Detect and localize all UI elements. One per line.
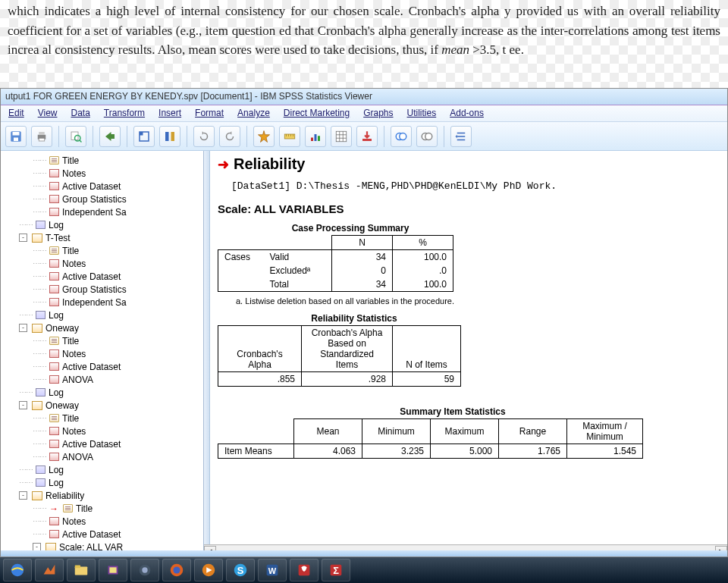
- menu-utilities[interactable]: Utilities: [407, 108, 437, 119]
- expander-icon[interactable]: -: [19, 234, 27, 242]
- tree-item[interactable]: ⋯⋯Independent Sa: [2, 205, 202, 218]
- recall-icon[interactable]: [99, 126, 121, 147]
- book-icon: [32, 324, 42, 333]
- save-icon[interactable]: [5, 126, 27, 147]
- promote-icon[interactable]: [450, 126, 472, 147]
- tree-item[interactable]: ⋯⋯Active Dataset: [2, 270, 202, 283]
- book-icon: [32, 401, 42, 410]
- taskbar-media-icon[interactable]: [194, 559, 223, 581]
- columns-icon[interactable]: [159, 126, 180, 147]
- tree-item[interactable]: ⋯⋯Title: [2, 334, 202, 347]
- note-icon: [63, 504, 73, 512]
- taskbar-winrar-icon[interactable]: [99, 559, 127, 581]
- taskbar-matlab-icon[interactable]: [35, 559, 64, 581]
- menu-direct-marketing[interactable]: Direct Marketing: [284, 108, 350, 119]
- window-titlebar[interactable]: utput1 FOR GREEN ENERGY BY KENEDY.spv [D…: [1, 89, 727, 105]
- tree-label: Notes: [62, 259, 86, 269]
- tree-item[interactable]: ⋯⋯Group Statistics: [2, 193, 202, 205]
- tree-item[interactable]: ⋯⋯Log: [2, 309, 202, 321]
- chart-icon: [49, 440, 59, 448]
- menu-edit[interactable]: Edit: [8, 108, 24, 119]
- chart-icon: [49, 427, 59, 435]
- output-panel[interactable]: ➜Reliability [DataSet1] D:\Thesis -MENG,…: [210, 151, 727, 550]
- taskbar-ie-icon[interactable]: [3, 559, 32, 581]
- tree-label: Log: [49, 387, 64, 398]
- expander-icon[interactable]: -: [19, 491, 27, 500]
- chart-icon[interactable]: [305, 126, 326, 147]
- chart-icon: [49, 517, 59, 525]
- tree-item[interactable]: ⋯⋯Group Statistics: [2, 283, 202, 296]
- expander-icon[interactable]: -: [33, 543, 41, 550]
- taskbar-skype-icon[interactable]: S: [226, 559, 255, 581]
- tree-item[interactable]: ⋯⋯Title: [2, 412, 202, 425]
- tree-label: Group Statistics: [62, 284, 127, 295]
- redo-icon[interactable]: [219, 126, 240, 147]
- horizontal-scrollbar[interactable]: ◄ ►: [210, 544, 727, 550]
- tree-item[interactable]: ⋯⋯ANOVA: [2, 450, 202, 463]
- menu-data[interactable]: Data: [71, 108, 89, 119]
- outline-tree-panel[interactable]: ⋯⋯Title⋯⋯Notes⋯⋯Active Dataset⋯⋯Group St…: [1, 151, 204, 550]
- menu-insert[interactable]: Insert: [158, 108, 181, 119]
- chart-icon: [49, 182, 59, 190]
- tree-item[interactable]: ⋯⋯Active Dataset: [2, 437, 202, 450]
- star-icon[interactable]: [253, 126, 275, 147]
- download-icon[interactable]: [356, 126, 378, 147]
- goto-icon[interactable]: [133, 126, 155, 147]
- tree-item[interactable]: ⋯⋯Notes: [2, 167, 202, 180]
- tree-item[interactable]: ⋯⋯Active Dataset: [2, 528, 202, 541]
- tree-item[interactable]: ⋯⋯Notes: [2, 515, 202, 528]
- tree-item[interactable]: -T-Test: [2, 231, 202, 244]
- tree-item[interactable]: ⋯⋯Notes: [2, 347, 202, 360]
- print-icon[interactable]: [31, 126, 52, 147]
- expander-icon[interactable]: -: [19, 401, 27, 409]
- menu-analyze[interactable]: Analyze: [237, 108, 270, 119]
- tree-item[interactable]: ⋯⋯Log: [2, 218, 202, 231]
- tree-item[interactable]: -Reliability: [2, 489, 202, 502]
- ruler-icon[interactable]: [279, 126, 300, 147]
- svg-rect-20: [315, 134, 317, 141]
- circles1-icon[interactable]: [391, 126, 412, 147]
- taskbar-word-icon[interactable]: W: [258, 559, 287, 581]
- preview-icon[interactable]: [65, 126, 86, 147]
- taskbar-camera-icon[interactable]: [130, 559, 159, 581]
- menu-format[interactable]: Format: [195, 108, 224, 119]
- reliability-stats-table: Cronbach's Alpha Cronbach's Alpha Based …: [218, 325, 461, 387]
- tree-item[interactable]: ⋯⋯Title: [2, 244, 202, 257]
- taskbar-acrobat-icon[interactable]: [290, 559, 318, 581]
- tree-item[interactable]: ⋯⋯→Title: [2, 502, 202, 515]
- chart-icon: [49, 362, 59, 371]
- expander-icon[interactable]: -: [19, 324, 27, 332]
- tree-label: Reliability: [46, 491, 84, 501]
- tree-item[interactable]: ⋯⋯Title: [2, 154, 202, 167]
- menu-graphs[interactable]: Graphs: [363, 108, 393, 119]
- tree-item[interactable]: -Oneway: [2, 321, 202, 334]
- tree-item[interactable]: ⋯⋯Notes: [2, 257, 202, 270]
- menu-addons[interactable]: Add-ons: [450, 108, 484, 119]
- menu-view[interactable]: View: [38, 108, 58, 119]
- menu-transform[interactable]: Transform: [104, 108, 145, 119]
- undo-icon[interactable]: [193, 126, 215, 147]
- tree-label: Active Dataset: [62, 529, 121, 540]
- tree-item[interactable]: ⋯⋯ANOVA: [2, 373, 202, 386]
- table-icon[interactable]: [331, 126, 352, 147]
- output-heading: ➜Reliability: [218, 155, 720, 173]
- tree-label: Title: [62, 155, 79, 166]
- svg-rect-37: [75, 566, 80, 569]
- taskbar-firefox-icon[interactable]: [162, 559, 191, 581]
- tree-item[interactable]: ⋯⋯Active Dataset: [2, 180, 202, 193]
- tree-item[interactable]: ⋯⋯Notes: [2, 425, 202, 437]
- tree-item[interactable]: -Oneway: [2, 399, 202, 412]
- tree-label: Active Dataset: [62, 181, 121, 192]
- tree-label: Active Dataset: [62, 439, 121, 450]
- sash-divider[interactable]: [204, 151, 210, 550]
- tree-item[interactable]: ⋯⋯Log: [2, 386, 202, 399]
- tree-item[interactable]: -Scale: ALL VAR: [2, 541, 202, 550]
- tree-item[interactable]: ⋯⋯Log: [2, 463, 202, 476]
- tree-item[interactable]: ⋯⋯Independent Sa: [2, 296, 202, 309]
- svg-rect-39: [109, 567, 116, 572]
- taskbar-spss-icon[interactable]: Σ: [322, 559, 350, 581]
- circles2-icon[interactable]: [416, 126, 438, 147]
- tree-item[interactable]: ⋯⋯Log: [2, 476, 202, 489]
- tree-item[interactable]: ⋯⋯Active Dataset: [2, 360, 202, 373]
- taskbar-explorer-icon[interactable]: [67, 559, 96, 581]
